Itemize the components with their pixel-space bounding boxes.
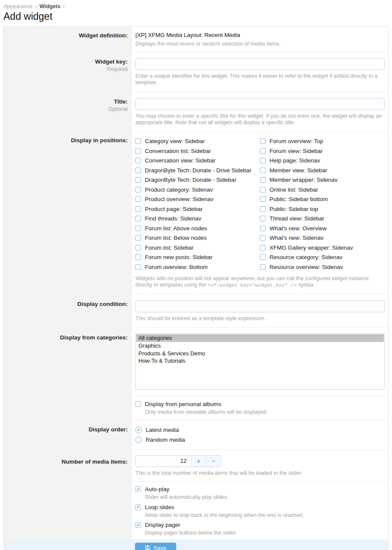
position-checkbox-item[interactable]: Public: Sidebar top — [260, 204, 385, 214]
display-condition-input[interactable] — [135, 300, 385, 312]
checkbox-checked-icon[interactable] — [135, 522, 141, 528]
checkbox-icon[interactable] — [135, 177, 141, 183]
position-checkbox-item[interactable]: Forum list: Above nodes — [135, 223, 260, 233]
categories-select[interactable]: All categories Graphics Products & Servi… — [135, 333, 385, 390]
save-button[interactable]: Save — [135, 543, 176, 550]
checkbox-icon[interactable] — [135, 187, 141, 192]
checkbox-icon[interactable] — [260, 138, 266, 144]
position-checkbox-item[interactable]: Find threads: Sidenav — [135, 214, 260, 224]
category-option[interactable]: All categories — [136, 334, 384, 342]
personal-albums-checkbox-item[interactable]: Display from personal albums Only media … — [135, 400, 385, 416]
position-checkbox-item[interactable]: Conversation view: Sidebar — [135, 156, 260, 166]
position-checkbox-item[interactable]: Thread view: Sidebar — [260, 214, 385, 224]
save-floppy-icon — [145, 545, 150, 550]
row-widget-key: Widget key: Required Enter a unique iden… — [4, 52, 388, 92]
position-checkbox-item[interactable]: Product page: Sidebar — [135, 204, 260, 214]
checkbox-icon[interactable] — [135, 138, 141, 144]
checkbox-icon[interactable] — [260, 148, 266, 154]
checkbox-icon[interactable] — [135, 206, 141, 212]
position-checkbox-item[interactable]: Product category: Sidenav — [135, 185, 260, 195]
position-label: Resource overview: Sidenav — [270, 264, 343, 270]
position-checkbox-item[interactable]: Online list: Sidebar — [260, 185, 385, 195]
breadcrumb-appearance[interactable]: Appearance — [3, 3, 32, 9]
position-checkbox-item[interactable]: Product overview: Sidenav — [135, 195, 260, 205]
category-option[interactable]: How-To & Tutorials — [136, 357, 384, 365]
position-checkbox-item[interactable]: Forum view: Sidebar — [260, 146, 385, 156]
widget-key-hint: Enter a unique identifier for this widge… — [135, 73, 385, 86]
decrement-button[interactable]: − — [206, 455, 221, 467]
row-display-positions: Display in positions: Category view: Sid… — [4, 132, 388, 294]
title-input[interactable] — [135, 98, 385, 110]
breadcrumb: Appearance>Widgets> — [0, 0, 392, 9]
radio-selected-icon[interactable] — [135, 427, 142, 433]
checkbox-icon[interactable] — [260, 226, 266, 231]
checkbox-icon[interactable] — [135, 168, 141, 173]
position-checkbox-item[interactable]: Category view: Sidebar — [135, 137, 260, 147]
display-order-radio-latest[interactable]: Latest media — [135, 425, 385, 435]
checkbox-icon[interactable] — [260, 264, 266, 270]
checkbox-icon[interactable] — [135, 158, 141, 163]
checkbox-icon[interactable] — [135, 401, 141, 407]
checkbox-icon[interactable] — [135, 216, 141, 221]
positions-grid: Category view: Sidebar Conversation list… — [135, 136, 385, 272]
checkbox-icon[interactable] — [260, 245, 266, 251]
position-checkbox-item[interactable]: Member wrapper: Sidenav — [260, 175, 385, 185]
radio-icon[interactable] — [135, 437, 142, 443]
checkbox-icon[interactable] — [135, 254, 141, 260]
position-label: Online list: Sidebar — [270, 186, 318, 193]
position-checkbox-item[interactable]: Help page: Sidenav — [260, 156, 385, 166]
increment-button[interactable]: + — [191, 455, 206, 467]
checkbox-icon[interactable] — [135, 226, 141, 231]
display-order-radio-random[interactable]: Random media — [135, 435, 385, 445]
auto-play-checkbox-item[interactable]: Auto-play Slider will automatically play… — [135, 486, 385, 501]
position-checkbox-item[interactable]: DragonByte Tech: Donate - Drive Sidebar — [135, 165, 260, 175]
row-media-items: Number of media items: + − This is the t… — [4, 450, 388, 482]
position-checkbox-item[interactable]: DragonByte Tech: Donate - Sidebar — [135, 175, 260, 185]
position-checkbox-item[interactable]: Forum list: Sidebar — [135, 243, 260, 253]
loop-slides-checkbox-item[interactable]: Loop slides Allow slider to loop back to… — [135, 504, 385, 519]
position-checkbox-item[interactable]: What's new: Sidenav — [260, 233, 385, 243]
position-checkbox-item[interactable]: What's new: Overview — [260, 223, 385, 233]
position-label: What's new: Sidenav — [270, 235, 324, 241]
checkbox-icon[interactable] — [260, 168, 266, 173]
checkbox-checked-icon[interactable] — [135, 504, 141, 510]
checkbox-icon[interactable] — [135, 264, 141, 270]
checkbox-icon[interactable] — [260, 177, 266, 183]
position-checkbox-item[interactable]: Forum list: Below nodes — [135, 233, 260, 243]
position-checkbox-item[interactable]: Public: Sidebar bottom — [260, 195, 385, 205]
checkbox-checked-icon[interactable] — [135, 486, 141, 492]
add-widget-form: Widget definition: [XP] XFMG Media Layou… — [3, 26, 389, 540]
checkbox-icon[interactable] — [260, 187, 266, 192]
widget-definition-label: Widget definition: — [4, 32, 128, 39]
position-checkbox-item[interactable]: Resource category: Sidenav — [260, 253, 385, 263]
category-option[interactable]: Products & Services Demo — [136, 350, 384, 358]
position-checkbox-item[interactable]: Forum new posts: Sidebar — [135, 253, 260, 263]
checkbox-icon[interactable] — [260, 158, 266, 163]
position-checkbox-item[interactable]: Member view: Sidebar — [260, 165, 385, 175]
media-items-label: Number of media items: — [4, 458, 128, 465]
breadcrumb-widgets[interactable]: Widgets — [40, 3, 61, 9]
checkbox-icon[interactable] — [135, 148, 141, 154]
checkbox-icon[interactable] — [135, 196, 141, 202]
checkbox-icon[interactable] — [260, 196, 266, 202]
position-checkbox-item[interactable]: Conversation list: Sidebar — [135, 146, 260, 156]
widget-key-input[interactable] — [135, 58, 385, 70]
position-checkbox-item[interactable]: Forum overview: Bottom — [135, 262, 260, 272]
checkbox-icon[interactable] — [260, 254, 266, 260]
personal-albums-hint: Only media from viewable albums will be … — [145, 409, 385, 416]
checkbox-icon[interactable] — [260, 216, 266, 221]
position-label: Product category: Sidenav — [145, 186, 213, 193]
checkbox-icon[interactable] — [260, 206, 266, 212]
row-display-order: Display order: Latest media Random media — [4, 420, 388, 450]
position-checkbox-item[interactable]: Forum overview: Top — [260, 137, 385, 147]
category-option[interactable]: Graphics — [136, 342, 384, 350]
media-items-input[interactable] — [136, 455, 191, 467]
checkbox-icon[interactable] — [260, 235, 266, 241]
position-checkbox-item[interactable]: XFMG Gallery wrapper: Sidenav — [260, 243, 385, 253]
position-label: Category view: Sidebar — [145, 138, 205, 144]
checkbox-icon[interactable] — [135, 245, 141, 251]
display-pager-checkbox-item[interactable]: Display pager Display pager buttons belo… — [135, 521, 385, 537]
position-label: XFMG Gallery wrapper: Sidenav — [270, 244, 353, 251]
checkbox-icon[interactable] — [135, 235, 141, 241]
position-checkbox-item[interactable]: Resource overview: Sidenav — [260, 262, 385, 272]
